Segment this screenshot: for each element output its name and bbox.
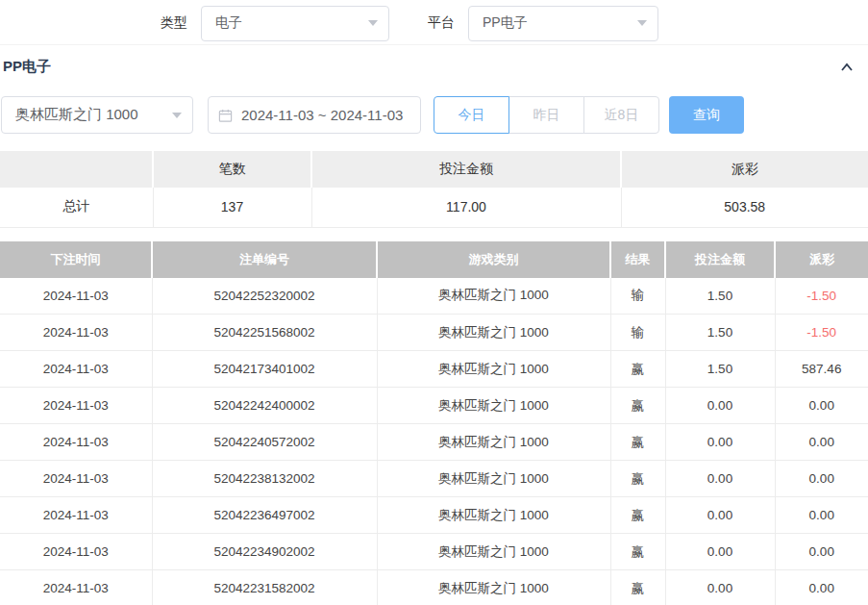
- game-category-cell: 奥林匹斯之门 1000: [377, 534, 610, 570]
- payout-cell: 0.00: [775, 461, 868, 497]
- payout-cell: 0.00: [775, 570, 868, 605]
- bet-number-cell: 52042236497002: [152, 497, 377, 534]
- table-row: 2024-11-0352042231582002奥林匹斯之门 1000赢0.00…: [0, 570, 868, 605]
- search-button[interactable]: 查询: [669, 96, 744, 134]
- bet-number-cell: 52042234902002: [152, 534, 377, 570]
- payout-cell: -1.50: [775, 315, 868, 351]
- game-category-cell: 奥林匹斯之门 1000: [377, 388, 610, 424]
- header-bet-number: 注单编号: [152, 241, 377, 278]
- table-row: 2024-11-0352042234902002奥林匹斯之门 1000赢0.00…: [0, 534, 868, 570]
- section-header: PP电子: [0, 44, 868, 88]
- result-cell: 输: [610, 315, 665, 351]
- game-category-cell: 奥林匹斯之门 1000: [377, 497, 610, 534]
- payout-cell: 0.00: [775, 534, 868, 570]
- game-category-cell: 奥林匹斯之门 1000: [377, 351, 610, 388]
- result-cell: 赢: [610, 424, 665, 461]
- platform-select[interactable]: PP电子: [468, 6, 658, 41]
- table-row: 2024-11-0352042252320002奥林匹斯之门 1000输1.50…: [0, 278, 868, 315]
- query-bar: 奥林匹斯之门 1000 2024-11-03 ~ 2024-11-03 今日昨日…: [0, 88, 868, 147]
- header-bet-amount: 投注金额: [665, 241, 775, 278]
- bet-number-cell: 52042251568002: [152, 315, 377, 351]
- payout-cell: 587.46: [775, 351, 868, 388]
- game-category-cell: 奥林匹斯之门 1000: [377, 424, 610, 461]
- summary-total-row: 总计 137 117.00 503.58: [0, 188, 868, 227]
- platform-select-value: PP电子: [483, 14, 528, 32]
- summary-header-count: 笔数: [153, 151, 311, 188]
- payout-cell: 0.00: [775, 497, 868, 534]
- table-row: 2024-11-0352042238132002奥林匹斯之门 1000赢0.00…: [0, 461, 868, 497]
- result-cell: 输: [610, 278, 665, 315]
- table-row: 2024-11-0352042236497002奥林匹斯之门 1000赢0.00…: [0, 497, 868, 534]
- bet-amount-cell: 0.00: [665, 424, 775, 461]
- header-bet-time: 下注时间: [0, 241, 152, 278]
- payout-cell: -1.50: [775, 278, 868, 315]
- bet-time-cell: 2024-11-03: [0, 388, 152, 424]
- chevron-down-icon: [637, 20, 647, 26]
- game-category-cell: 奥林匹斯之门 1000: [377, 461, 610, 497]
- summary-total-bet-amount: 117.00: [311, 188, 621, 227]
- bet-table-header-row: 下注时间 注单编号 游戏类别 结果 投注金额 派彩: [0, 241, 868, 278]
- type-label: 类型: [161, 14, 187, 32]
- date-range-value: 2024-11-03 ~ 2024-11-03: [241, 107, 403, 123]
- bet-number-cell: 52042242400002: [152, 388, 377, 424]
- payout-cell: 0.00: [775, 424, 868, 461]
- table-row: 2024-11-0352042240572002奥林匹斯之门 1000赢0.00…: [0, 424, 868, 461]
- quick-date-button-1[interactable]: 昨日: [508, 96, 584, 134]
- type-select[interactable]: 电子: [201, 6, 389, 41]
- result-cell: 赢: [610, 570, 665, 605]
- bet-table: 下注时间 注单编号 游戏类别 结果 投注金额 派彩 2024-11-035204…: [0, 241, 868, 605]
- bet-time-cell: 2024-11-03: [0, 424, 152, 461]
- chevron-up-icon[interactable]: [839, 60, 855, 75]
- summary-total-count: 137: [153, 188, 311, 227]
- bet-number-cell: 52042173401002: [152, 351, 377, 388]
- bet-amount-cell: 0.00: [665, 570, 775, 605]
- payout-cell: 0.00: [775, 388, 868, 424]
- summary-table: 笔数 投注金额 派彩 总计 137 117.00 503.58: [0, 151, 868, 228]
- summary-header-bet-amount: 投注金额: [311, 151, 621, 188]
- bet-time-cell: 2024-11-03: [0, 351, 152, 388]
- result-cell: 赢: [610, 351, 665, 388]
- bet-table-body: 2024-11-0352042252320002奥林匹斯之门 1000输1.50…: [0, 278, 868, 605]
- header-payout: 派彩: [775, 241, 868, 278]
- header-result: 结果: [610, 241, 665, 278]
- top-filter-bar: 类型 电子 平台 PP电子: [0, 0, 868, 44]
- bet-amount-cell: 0.00: [665, 534, 775, 570]
- bet-amount-cell: 0.00: [665, 461, 775, 497]
- result-cell: 赢: [610, 461, 665, 497]
- table-row: 2024-11-0352042242400002奥林匹斯之门 1000赢0.00…: [0, 388, 868, 424]
- game-category-cell: 奥林匹斯之门 1000: [377, 570, 610, 605]
- bet-time-cell: 2024-11-03: [0, 534, 152, 570]
- summary-header-payout: 派彩: [621, 151, 868, 188]
- bet-time-cell: 2024-11-03: [0, 461, 152, 497]
- bet-time-cell: 2024-11-03: [0, 570, 152, 605]
- bet-amount-cell: 1.50: [665, 351, 775, 388]
- quick-date-button-2[interactable]: 近8日: [583, 96, 659, 134]
- bet-time-cell: 2024-11-03: [0, 497, 152, 534]
- game-category-cell: 奥林匹斯之门 1000: [377, 278, 610, 315]
- bet-number-cell: 52042238132002: [152, 461, 377, 497]
- summary-header-empty: [0, 151, 153, 188]
- bet-amount-cell: 1.50: [665, 278, 775, 315]
- result-cell: 赢: [610, 497, 665, 534]
- section-title: PP电子: [3, 58, 51, 76]
- result-cell: 赢: [610, 388, 665, 424]
- bet-number-cell: 52042240572002: [152, 424, 377, 461]
- bet-amount-cell: 0.00: [665, 497, 775, 534]
- chevron-down-icon: [368, 20, 378, 26]
- summary-header-row: 笔数 投注金额 派彩: [0, 151, 868, 188]
- bet-amount-cell: 1.50: [665, 315, 775, 351]
- summary-total-payout: 503.58: [621, 188, 868, 227]
- type-select-value: 电子: [215, 14, 242, 32]
- game-select-value: 奥林匹斯之门 1000: [15, 106, 138, 124]
- calendar-icon: [218, 108, 233, 122]
- quick-date-button-0[interactable]: 今日: [434, 96, 509, 134]
- table-row: 2024-11-0352042251568002奥林匹斯之门 1000输1.50…: [0, 315, 868, 351]
- bet-number-cell: 52042231582002: [152, 570, 377, 605]
- platform-label: 平台: [428, 14, 455, 32]
- summary-total-label: 总计: [0, 188, 153, 227]
- game-select[interactable]: 奥林匹斯之门 1000: [1, 96, 193, 134]
- bet-time-cell: 2024-11-03: [0, 315, 152, 351]
- date-range-input[interactable]: 2024-11-03 ~ 2024-11-03: [208, 96, 421, 134]
- bet-amount-cell: 0.00: [665, 388, 775, 424]
- table-row: 2024-11-0352042173401002奥林匹斯之门 1000赢1.50…: [0, 351, 868, 388]
